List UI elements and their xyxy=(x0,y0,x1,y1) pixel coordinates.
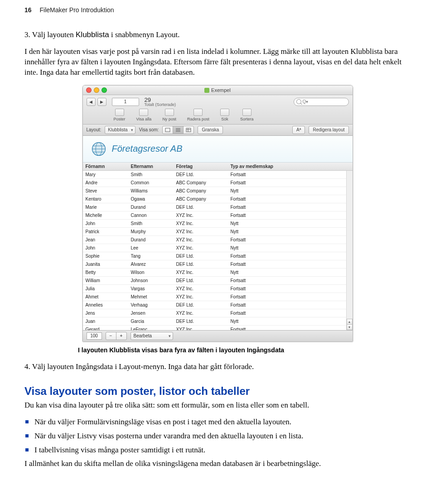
table-row[interactable]: AhmetMehmetXYZ Inc.Fortsatt xyxy=(83,293,353,301)
table-row[interactable]: SteveWilliamsABC CompanyNytt xyxy=(83,187,353,195)
toolbar-icon xyxy=(139,109,148,116)
titlebar[interactable]: Exempel xyxy=(83,86,353,95)
toolbar-icon xyxy=(115,109,124,116)
table-row[interactable]: PatrickMurphyXYZ Inc.Nytt xyxy=(83,228,353,236)
company-name: Företagsresor AB xyxy=(112,144,183,154)
col-typ[interactable]: Typ av medlemskap xyxy=(228,163,353,170)
table-row[interactable]: JuliaVargasXYZ Inc.Fortsatt xyxy=(83,285,353,293)
status-bar: 100 − + Bearbeta xyxy=(83,330,353,341)
table-row[interactable]: AndreCommonABC CompanyFortsatt xyxy=(83,179,353,187)
svg-rect-0 xyxy=(165,128,170,132)
record-total: 29 Totalt (Sorterade) xyxy=(145,97,176,107)
scroll-down-icon[interactable]: ▾ xyxy=(347,324,353,330)
zoom-in-button[interactable]: + xyxy=(116,332,127,340)
quick-search-input[interactable]: Q▾ xyxy=(294,98,349,106)
record-nav: ◀ ▶ xyxy=(87,98,106,106)
col-foretag[interactable]: Företag xyxy=(174,163,228,170)
list-item: I tabellvisning visas många poster samti… xyxy=(24,445,411,456)
view-as-label: Visa som: xyxy=(139,127,159,132)
view-table-button[interactable] xyxy=(183,126,194,134)
table-row[interactable]: MarySmithDEF Ltd.Fortsatt xyxy=(83,171,353,179)
text-format-button[interactable]: Aª xyxy=(292,126,305,134)
table-body: MarySmithDEF Ltd.FortsattAndreCommonABC … xyxy=(83,171,353,330)
toolbar-icon xyxy=(220,109,229,116)
col-efternamn[interactable]: Efternamn xyxy=(128,163,174,170)
bullet-list: När du väljer Formulärvisningsläge visas… xyxy=(24,417,411,456)
table-row[interactable]: BettyWilsonXYZ Inc.Nytt xyxy=(83,269,353,277)
list-item: När du väljer Formulärvisningsläge visas… xyxy=(24,417,411,427)
toolbar-sök-button[interactable]: Sök xyxy=(220,109,229,121)
toolbar-visa-alla-button[interactable]: Visa alla xyxy=(136,109,152,121)
layout-select[interactable]: Klubblista xyxy=(105,126,135,134)
table-row[interactable]: KentaroOgawaABC CompanyFortsatt xyxy=(83,195,353,203)
toolbar-icon xyxy=(193,109,203,116)
view-form-button[interactable] xyxy=(162,126,173,134)
file-icon xyxy=(204,88,209,93)
table-row[interactable]: GerardLeFrancXYZ Inc.Fortsatt xyxy=(83,326,353,330)
window-title: Exempel xyxy=(83,87,353,93)
col-fornamn[interactable]: Förnamn xyxy=(83,163,128,170)
table-row[interactable]: JohnSmithXYZ Inc.Nytt xyxy=(83,220,353,228)
table-row[interactable]: JohnLeeXYZ Inc.Nytt xyxy=(83,244,353,252)
page-number: 16 xyxy=(24,6,32,14)
page-header: 16 FileMaker Pro Introduktion xyxy=(24,0,411,27)
table-row[interactable]: SophieTangDEF Ltd.Fortsatt xyxy=(83,252,353,260)
preview-button[interactable]: Granska xyxy=(198,126,223,134)
record-number-input[interactable]: 1 xyxy=(112,98,139,106)
list-item: När du väljer Listvy visas posterna unde… xyxy=(24,431,411,442)
scrollbar[interactable]: ▴ ▾ xyxy=(346,171,353,330)
paragraph-conclusion: I allmänhet kan du skifta mellan de olik… xyxy=(24,459,411,469)
column-headers: Förnamn Efternamn Företag Typ av medlems… xyxy=(83,163,353,171)
view-mode-segmented xyxy=(162,126,194,134)
figure-caption: I layouten Klubblista visas bara fyra av… xyxy=(78,346,411,354)
edit-layout-button[interactable]: Redigera layout xyxy=(309,126,348,134)
table-row[interactable]: WilliamJohnsonDEF Ltd.Fortsatt xyxy=(83,277,353,285)
paragraph-body: I den här layouten visas varje post på v… xyxy=(24,47,411,78)
table-row[interactable]: MichelleCannonXYZ Inc.Fortsatt xyxy=(83,211,353,220)
step-4: 4. Välj layouten Ingångsdata i Layout-me… xyxy=(24,362,411,372)
toolbar-icon xyxy=(165,109,174,116)
table-row[interactable]: JensJensenXYZ Inc.Fortsatt xyxy=(83,309,353,317)
globe-icon xyxy=(91,141,106,157)
company-banner: Företagsresor AB xyxy=(83,136,353,163)
toolbar-radera-post-button[interactable]: Radera post xyxy=(187,109,209,121)
zoom-out-button[interactable]: − xyxy=(106,332,116,340)
view-list-button[interactable] xyxy=(173,126,184,134)
prev-record-button[interactable]: ◀ xyxy=(87,98,96,106)
toolbar-icon xyxy=(242,109,251,116)
search-icon xyxy=(296,99,301,104)
svg-rect-4 xyxy=(186,128,191,132)
table-row[interactable]: MarieDurandDEF Ltd.Fortsatt xyxy=(83,203,353,211)
section-heading: Visa layouter som poster, listor och tab… xyxy=(24,385,411,398)
table-row[interactable]: JeanDurandXYZ Inc.Fortsatt xyxy=(83,236,353,244)
table-row[interactable]: AnneliesVerhaagDEF Ltd.Fortsatt xyxy=(83,301,353,309)
filemaker-window: Exempel ◀ ▶ 1 29 Totalt (Sorterade) Q▾ P… xyxy=(82,85,353,342)
doc-title: FileMaker Pro Introduktion xyxy=(39,6,114,14)
mode-select[interactable]: Bearbeta xyxy=(130,332,173,340)
layout-bar: Layout: Klubblista Visa som: Granska Aª … xyxy=(83,125,353,136)
paragraph-intro: Du kan visa dina layouter på tre olika s… xyxy=(24,400,411,411)
next-record-button[interactable]: ▶ xyxy=(97,98,106,106)
zoom-input[interactable]: 100 xyxy=(87,332,102,340)
step-3: 3. Välj layouten Klubblista i snabbmenyn… xyxy=(24,30,411,40)
table-row[interactable]: JuanitaAlvarezDEF Ltd.Fortsatt xyxy=(83,260,353,269)
toolbar-ny-post-button[interactable]: Ny post xyxy=(162,109,176,121)
toolbar-sortera-button[interactable]: Sortera xyxy=(240,109,254,121)
layout-label: Layout: xyxy=(87,127,102,132)
toolbar: ◀ ▶ 1 29 Totalt (Sorterade) Q▾ PosterVis… xyxy=(83,95,353,125)
toolbar-poster-button[interactable]: Poster xyxy=(114,109,126,121)
table-row[interactable]: JuanGarciaDEF Ltd.Nytt xyxy=(83,317,353,326)
